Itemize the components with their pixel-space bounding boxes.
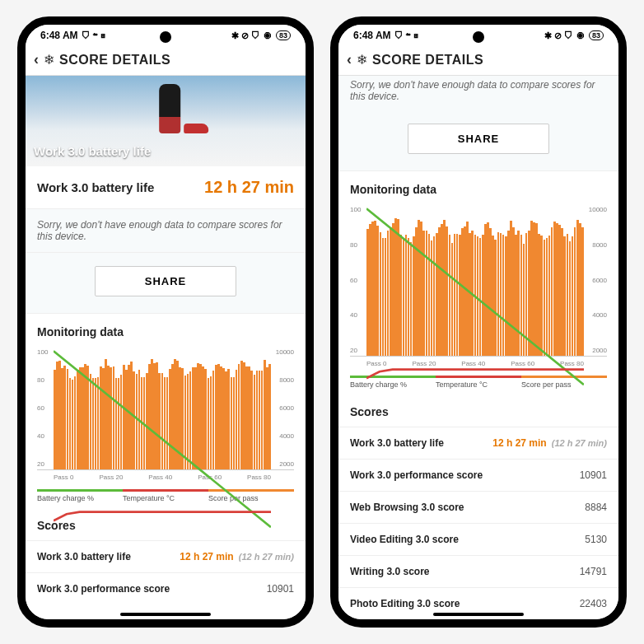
- phone-right: 6:48 AM ⛉ ☁ ⊞ ✱ ⊘ ⛉ ⦿ 83 ‹ ❄ SCORE DETAI…: [330, 16, 627, 628]
- score-row-value: 14791: [580, 566, 607, 577]
- status-time: 6:48 AM: [353, 30, 391, 41]
- score-row-label: Work 3.0 performance score: [350, 469, 483, 481]
- legend-score: Score per pass: [208, 489, 294, 502]
- score-row-label: Photo Editing 3.0 score: [350, 598, 460, 609]
- chart-legend: Battery charge % Temperature °C Score pe…: [350, 376, 607, 389]
- status-right-icons: ✱ ⊘ ⛉ ⦿: [544, 30, 585, 41]
- x-axis: Pass 0Pass 20Pass 40Pass 60Pass 80: [37, 470, 294, 481]
- camera-notch: [473, 31, 484, 43]
- main-score-row: Work 3.0 battery life 12 h 27 min: [26, 166, 306, 209]
- score-row-label: Work 3.0 battery life: [350, 437, 444, 449]
- scroll-content[interactable]: Sorry, we don't have enough data to comp…: [338, 76, 618, 619]
- chart-bar: [268, 364, 271, 469]
- score-row-value: 5130: [585, 534, 607, 545]
- legend-battery: Battery charge %: [37, 489, 123, 502]
- score-row-value: 10901: [580, 469, 607, 481]
- share-row: SHARE: [26, 253, 306, 314]
- score-row-value: 22403: [580, 598, 607, 609]
- comparison-notice-truncated: Sorry, we don't have enough data to comp…: [338, 76, 618, 110]
- x-axis: Pass 0Pass 20Pass 40Pass 60Pass 80: [350, 357, 607, 367]
- status-left-icons: ⛉ ☁ ⊞: [394, 30, 418, 40]
- battery-indicator: 83: [589, 30, 604, 40]
- status-left-icons: ⛉ ☁ ⊞: [82, 30, 105, 40]
- score-row-value: 12 h 27 min (12 h 27 min): [180, 551, 294, 562]
- hero-title: Work 3.0 battery life: [34, 144, 151, 158]
- score-row-label: Web Browsing 3.0 score: [350, 502, 464, 513]
- chart-bar: [581, 227, 584, 356]
- score-row: Work 3.0 battery life12 h 27 min (12 h 2…: [26, 540, 306, 572]
- score-row-label: Work 3.0 performance score: [37, 583, 170, 595]
- camera-notch: [160, 31, 171, 43]
- snowflake-icon: ❄: [357, 52, 367, 68]
- main-score-label: Work 3.0 battery life: [37, 180, 154, 194]
- score-row: Work 3.0 performance score10901: [26, 572, 306, 604]
- y-axis-right: 100008000600040002000: [589, 204, 607, 356]
- score-row-value: 12 h 27 min (12 h 27 min): [492, 437, 607, 449]
- snowflake-icon: ❄: [44, 52, 54, 68]
- legend-battery: Battery charge %: [350, 376, 436, 389]
- monitoring-chart: 10080604020 100008000600040002000 Pass 0…: [37, 347, 294, 481]
- status-time: 6:48 AM: [40, 30, 78, 41]
- back-icon[interactable]: ‹: [34, 51, 39, 68]
- monitoring-title: Monitoring data: [26, 314, 306, 347]
- score-row: Work 3.0 performance score10901: [338, 459, 618, 491]
- chart-legend: Battery charge % Temperature °C Score pe…: [37, 489, 294, 502]
- score-row-value: 10901: [267, 583, 294, 595]
- scores-title: Scores: [26, 507, 306, 540]
- monitoring-chart: 10080604020 100008000600040002000 Pass 0…: [350, 204, 607, 367]
- score-row-label: Writing 3.0 score: [350, 566, 429, 577]
- scores-table: Work 3.0 battery life12 h 27 min (12 h 2…: [338, 427, 618, 619]
- score-row-value: 8884: [585, 502, 607, 513]
- monitoring-title: Monitoring data: [338, 171, 618, 204]
- y-axis-left: 10080604020: [37, 347, 48, 469]
- scores-title: Scores: [338, 394, 618, 427]
- legend-temperature: Temperature °C: [123, 489, 208, 502]
- app-header: ‹ ❄ SCORE DETAILS: [26, 44, 306, 76]
- hero-skier-graphic: [159, 84, 180, 133]
- page-title: SCORE DETAILS: [59, 53, 170, 68]
- score-row: Writing 3.0 score14791: [338, 555, 618, 587]
- score-row: Video Editing 3.0 score5130: [338, 523, 618, 555]
- app-header: ‹ ❄ SCORE DETAILS: [338, 44, 618, 76]
- battery-indicator: 83: [276, 30, 291, 40]
- main-score-value: 12 h 27 min: [204, 178, 294, 197]
- score-row-label: Work 3.0 battery life: [37, 551, 131, 562]
- share-button[interactable]: SHARE: [408, 124, 550, 154]
- home-indicator[interactable]: [433, 613, 524, 616]
- scores-table: Work 3.0 battery life12 h 27 min (12 h 2…: [26, 540, 306, 604]
- legend-temperature: Temperature °C: [436, 376, 521, 389]
- scroll-content[interactable]: Work 3.0 battery life Work 3.0 battery l…: [26, 76, 306, 619]
- y-axis-right: 100008000600040002000: [276, 347, 294, 469]
- score-row: Web Browsing 3.0 score8884: [338, 491, 618, 523]
- share-button[interactable]: SHARE: [95, 266, 237, 296]
- score-row: Work 3.0 battery life12 h 27 min (12 h 2…: [338, 427, 618, 459]
- y-axis-left: 10080604020: [350, 204, 361, 356]
- status-right-icons: ✱ ⊘ ⛉ ⦿: [231, 30, 272, 41]
- comparison-notice: Sorry, we don't have enough data to comp…: [26, 209, 306, 253]
- page-title: SCORE DETAILS: [372, 53, 483, 68]
- back-icon[interactable]: ‹: [347, 51, 352, 68]
- legend-score: Score per pass: [521, 376, 607, 389]
- home-indicator[interactable]: [120, 613, 211, 616]
- hero-image: Work 3.0 battery life: [26, 76, 306, 166]
- phone-left: 6:48 AM ⛉ ☁ ⊞ ✱ ⊘ ⛉ ⦿ 83 ‹ ❄ SCORE DETAI…: [17, 16, 314, 628]
- share-row: SHARE: [338, 110, 618, 171]
- score-row-label: Video Editing 3.0 score: [350, 534, 459, 545]
